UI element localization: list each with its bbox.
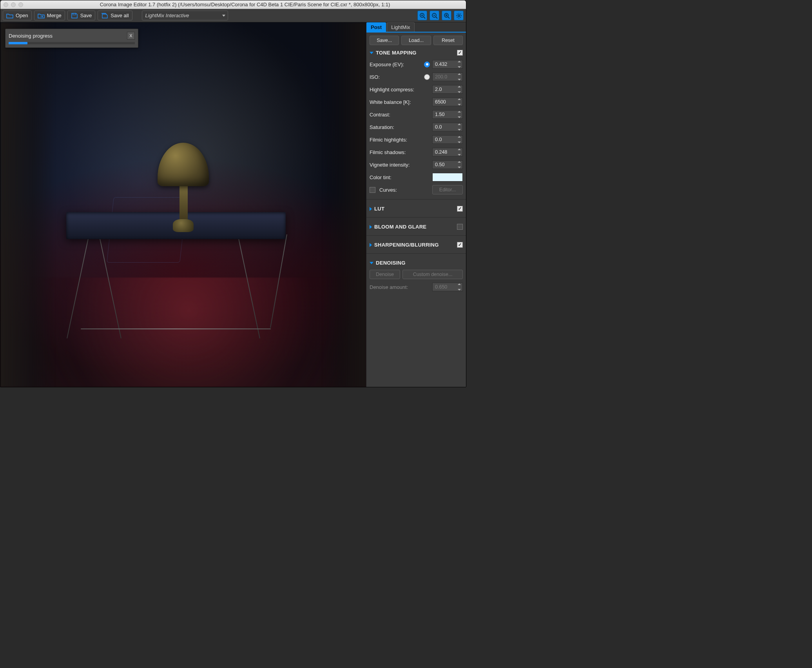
save-all-label: Save all [111, 13, 129, 18]
disclosure-closed-icon [370, 243, 372, 247]
filmic-hi-input[interactable]: 0.0 [432, 135, 463, 144]
section-bloom-header[interactable]: BLOOM AND GLARE [370, 222, 463, 231]
minimize-window-icon[interactable] [11, 2, 16, 7]
section-tone-mapping-header[interactable]: TONE MAPPING [370, 48, 463, 56]
vignette-row: Vignette intensity: 0.50 [370, 160, 463, 169]
denoise-amount-label: Denoise amount: [370, 284, 430, 290]
disclosure-closed-icon [370, 225, 372, 229]
zoom-window-icon[interactable] [18, 2, 23, 7]
panel-tabs: Post LightMix [366, 22, 466, 33]
curves-checkbox[interactable] [370, 187, 375, 193]
filmic-sh-label: Filmic shadows: [370, 149, 430, 155]
vignette-label: Vignette intensity: [370, 162, 430, 168]
section-denoising-header[interactable]: DENOISING [370, 258, 463, 267]
exposure-radio[interactable] [424, 62, 430, 67]
disclosure-open-icon [370, 52, 373, 54]
wb-row: White balance [K]: 6500 [370, 97, 463, 107]
open-label: Open [16, 13, 28, 18]
wb-input[interactable]: 6500 [432, 98, 463, 106]
tint-swatch[interactable] [432, 173, 463, 182]
zoom-out-button[interactable] [430, 11, 439, 20]
curves-editor-button[interactable]: Editor... [432, 185, 463, 194]
section-title: TONE MAPPING [376, 50, 455, 56]
lut-checkbox[interactable] [457, 206, 463, 212]
merge-icon [38, 13, 45, 18]
chevron-down-icon [222, 15, 225, 16]
exposure-label: Exposure (EV): [370, 62, 422, 67]
traffic-lights [4, 2, 23, 7]
disclosure-closed-icon [370, 207, 372, 211]
tab-lightmix[interactable]: LightMix [387, 22, 414, 32]
zoom-reset-button[interactable] [442, 11, 451, 20]
save-all-icon [101, 13, 108, 18]
mode-value: LightMix Interactive [145, 13, 189, 18]
save-all-button[interactable]: Save all [98, 11, 132, 20]
zoom-in-button[interactable] [417, 11, 427, 20]
iso-radio[interactable] [424, 74, 430, 80]
denoise-amount-input[interactable]: 0.650 [432, 283, 463, 291]
toolbar: Open Merge Save Save all LightMix Intera… [0, 9, 466, 22]
merge-label: Merge [47, 13, 62, 18]
mode-select[interactable]: LightMix Interactive [142, 11, 228, 20]
exposure-input[interactable]: 0.432 [432, 60, 463, 69]
svg-point-4 [458, 15, 460, 16]
section-title: DENOISING [376, 260, 463, 266]
contrast-row: Contrast: 1.50 [370, 110, 463, 119]
sharpen-checkbox[interactable] [457, 242, 463, 248]
overlay-title: Denoising progress [9, 33, 127, 39]
post-save-button[interactable]: Save... [370, 36, 399, 45]
post-button-row: Save... Load... Reset [370, 36, 463, 45]
iso-input[interactable]: 200.0 [432, 73, 463, 81]
highlight-input[interactable]: 2.0 [432, 85, 463, 94]
side-panel: Post LightMix Save... Load... Reset TONE… [366, 22, 466, 387]
iso-row: ISO: 200.0 [370, 72, 463, 82]
disclosure-open-icon [370, 262, 373, 264]
wb-label: White balance [K]: [370, 99, 430, 105]
tab-post[interactable]: Post [366, 22, 386, 32]
denoising-overlay: Denoising progress X [5, 29, 138, 48]
app-window: Corona Image Editor 1.7 (hotfix 2) (/Use… [0, 0, 466, 387]
merge-button[interactable]: Merge [34, 11, 65, 20]
save-label: Save [80, 13, 92, 18]
curves-row: Curves: Editor... [370, 185, 463, 194]
progress-fill [9, 42, 27, 44]
section-lut-header[interactable]: LUT [370, 204, 463, 212]
vignette-input[interactable]: 0.50 [432, 160, 463, 169]
contrast-input[interactable]: 1.50 [432, 110, 463, 119]
contrast-label: Contrast: [370, 112, 430, 118]
content: Denoising progress X Post LightMix Save.… [0, 22, 466, 387]
section-title: BLOOM AND GLARE [374, 224, 455, 230]
iso-label: ISO: [370, 74, 422, 80]
titlebar: Corona Image Editor 1.7 (hotfix 2) (/Use… [0, 0, 466, 9]
post-load-button[interactable]: Load... [401, 36, 431, 45]
section-sharpen-header[interactable]: SHARPENING/BLURRING [370, 240, 463, 249]
denoise-amount-row: Denoise amount: 0.650 [370, 282, 463, 292]
saturation-row: Saturation: 0.0 [370, 122, 463, 132]
open-button[interactable]: Open [3, 11, 32, 20]
tone-mapping-checkbox[interactable] [457, 50, 463, 56]
save-icon [71, 13, 78, 18]
save-button[interactable]: Save [67, 11, 96, 20]
overlay-close-button[interactable]: X [127, 32, 135, 40]
denoise-button-row: Denoise Custom denoise... [370, 270, 463, 279]
denoise-button[interactable]: Denoise [370, 270, 400, 279]
tint-label: Color tint: [370, 174, 430, 180]
filmic-hi-label: Filmic highlights: [370, 137, 430, 143]
filmic-hi-row: Filmic highlights: 0.0 [370, 135, 463, 144]
filmic-sh-input[interactable]: 0.248 [432, 148, 463, 156]
tint-row: Color tint: [370, 172, 463, 182]
highlight-label: Highlight compress: [370, 87, 430, 93]
highlight-row: Highlight compress: 2.0 [370, 85, 463, 94]
window-title: Corona Image Editor 1.7 (hotfix 2) (/Use… [27, 2, 463, 7]
settings-button[interactable] [454, 11, 464, 20]
close-window-icon[interactable] [4, 2, 8, 7]
saturation-input[interactable]: 0.0 [432, 123, 463, 131]
render-preview [0, 22, 366, 387]
bloom-checkbox[interactable] [457, 224, 463, 230]
post-reset-button[interactable]: Reset [433, 36, 463, 45]
filmic-sh-row: Filmic shadows: 0.248 [370, 147, 463, 157]
custom-denoise-button[interactable]: Custom denoise... [402, 270, 463, 279]
viewport[interactable]: Denoising progress X [0, 22, 366, 387]
section-title: SHARPENING/BLURRING [374, 242, 455, 248]
exposure-row: Exposure (EV): 0.432 [370, 60, 463, 69]
